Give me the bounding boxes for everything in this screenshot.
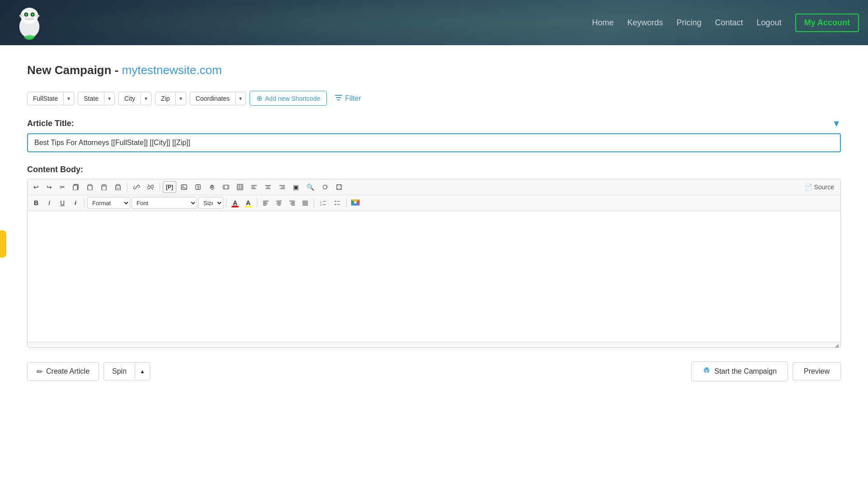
toolbar-flash[interactable] [192, 181, 204, 193]
toolbar-table[interactable] [234, 181, 246, 193]
nav-keywords[interactable]: Keywords [627, 18, 663, 28]
create-article-label: Create Article [46, 367, 90, 375]
toolbar-sep1 [127, 183, 127, 192]
toolbar-undo[interactable]: ↩ [30, 181, 42, 193]
fullstate-dropdown-caret[interactable]: ▾ [63, 93, 74, 104]
coordinates-dropdown-caret[interactable]: ▾ [235, 93, 245, 104]
article-title-label: Article Title: [27, 119, 74, 128]
svg-point-65 [335, 204, 336, 205]
toolbar-italic[interactable]: I [43, 197, 55, 209]
editor-container: ↩ ↪ ✂ W [P] [27, 179, 841, 348]
svg-point-64 [335, 201, 336, 202]
toolbar-unlink[interactable] [144, 181, 157, 193]
toolbar-justify-left[interactable] [248, 181, 260, 193]
nav-pricing[interactable]: Pricing [677, 18, 702, 28]
nav-home[interactable]: Home [592, 18, 613, 28]
toolbar-replace[interactable] [319, 181, 331, 193]
shortcode-state[interactable]: State ▾ [78, 92, 115, 105]
filter-icon [335, 94, 342, 103]
toolbar-image[interactable] [178, 181, 190, 193]
main-content: New Campaign - mytestnewsite.com FullSta… [0, 45, 868, 488]
size-select[interactable]: Size 8 10 12 14 16 18 24 36 [198, 197, 223, 209]
start-campaign-button[interactable]: Start the Campaign [691, 361, 788, 381]
toolbar-iframe[interactable] [220, 181, 232, 193]
svg-rect-29 [237, 184, 243, 190]
toolbar-redo[interactable]: ↪ [43, 181, 55, 193]
site-link[interactable]: mytestnewsite.com [122, 63, 222, 77]
toolbar-link[interactable] [130, 181, 143, 193]
document-icon: 📄 [805, 183, 812, 191]
toolbar-justify-center[interactable] [262, 181, 274, 193]
shortcode-zip[interactable]: Zip ▾ [155, 92, 186, 105]
toolbar-bold[interactable]: B [30, 197, 42, 209]
editor-toolbar-row2: B I U I Format Paragraph Heading 1 Headi… [28, 195, 840, 211]
svg-rect-20 [117, 184, 119, 186]
article-title-section: Article Title: ▼ [27, 118, 841, 129]
svg-point-74 [354, 202, 357, 204]
toolbar-cut[interactable]: ✂ [57, 181, 68, 193]
toolbar-placeholder[interactable]: [P] [163, 181, 176, 193]
toolbar-sep5 [257, 198, 257, 207]
svg-rect-13 [73, 185, 77, 190]
toolbar-source-button[interactable]: 📄 Source [801, 182, 838, 192]
svg-rect-17 [103, 184, 105, 186]
state-dropdown-caret[interactable]: ▾ [104, 93, 114, 104]
create-article-button[interactable]: ✏ Create Article [27, 362, 99, 381]
plus-circle-icon: ⊕ [256, 94, 262, 103]
nav-logout[interactable]: Logout [757, 18, 782, 28]
toolbar-font-color[interactable]: A [229, 197, 241, 209]
svg-rect-6 [24, 18, 34, 20]
rocket-icon [703, 366, 711, 376]
toolbar-justify-right[interactable] [276, 181, 288, 193]
toolbar-paste[interactable] [84, 181, 96, 193]
shortcode-coordinates[interactable]: Coordinates ▾ [190, 92, 246, 105]
filter-button[interactable]: Filter [330, 91, 366, 106]
editor-content-area[interactable] [28, 211, 840, 342]
city-dropdown-caret[interactable]: ▾ [141, 93, 151, 104]
svg-point-5 [31, 14, 33, 16]
toolbar-map[interactable] [206, 181, 218, 193]
spin-button[interactable]: Spin [104, 363, 135, 380]
article-title-input[interactable] [27, 133, 841, 152]
content-body-section-label: Content Body: [27, 165, 841, 174]
editor-resize-handle[interactable]: ◢ [28, 342, 840, 347]
svg-point-75 [706, 370, 708, 371]
toolbar-find[interactable]: 🔍 [303, 181, 317, 193]
toolbar-block[interactable]: ▣ [290, 181, 302, 193]
filter-label: Filter [345, 94, 361, 103]
article-title-collapse-icon[interactable]: ▼ [832, 118, 841, 129]
page-title-text: New Campaign [27, 63, 111, 77]
toolbar-sep7 [346, 198, 347, 207]
toolbar-strikethrough[interactable]: I [70, 197, 81, 209]
shortcode-fullstate[interactable]: FullState ▾ [27, 92, 74, 105]
spin-dropdown-caret[interactable]: ▲ [135, 364, 150, 379]
zip-dropdown-caret[interactable]: ▾ [175, 93, 186, 104]
toolbar-sep3 [84, 198, 85, 207]
svg-text:2.: 2. [320, 203, 322, 206]
toolbar-underline[interactable]: U [57, 197, 68, 209]
toolbar-maximize[interactable] [333, 181, 345, 193]
toolbar-paste-plain[interactable] [98, 181, 110, 193]
svg-point-23 [183, 186, 184, 187]
toolbar-paste-word[interactable]: W [112, 181, 124, 193]
toolbar-align-right[interactable] [286, 197, 298, 209]
content-body-label-text: Content Body: [27, 165, 83, 174]
format-select[interactable]: Format Paragraph Heading 1 Heading 2 Hea… [87, 197, 130, 209]
toolbar-align-justify[interactable] [299, 197, 311, 209]
shortcode-city[interactable]: City ▾ [118, 92, 151, 105]
toolbar-ordered-list[interactable]: 1.2. [317, 197, 330, 209]
toolbar-unordered-list[interactable] [331, 197, 344, 209]
toolbar-align-center[interactable] [273, 197, 285, 209]
toolbar-map-btn2[interactable] [349, 197, 361, 209]
preview-button[interactable]: Preview [793, 362, 841, 380]
add-shortcode-button[interactable]: ⊕ Add new Shortcode [250, 91, 327, 106]
font-select[interactable]: Font Arial Times New Roman Courier Georg… [132, 197, 197, 209]
nav-contact[interactable]: Contact [715, 18, 743, 28]
nav-myaccount[interactable]: My Account [795, 14, 859, 32]
toolbar-align-left[interactable] [260, 197, 272, 209]
toolbar-copy[interactable] [70, 181, 82, 193]
svg-point-4 [25, 14, 27, 16]
toolbar-highlight-color[interactable]: A [242, 197, 254, 209]
svg-point-25 [211, 185, 213, 188]
page-title: New Campaign - mytestnewsite.com [27, 63, 841, 77]
